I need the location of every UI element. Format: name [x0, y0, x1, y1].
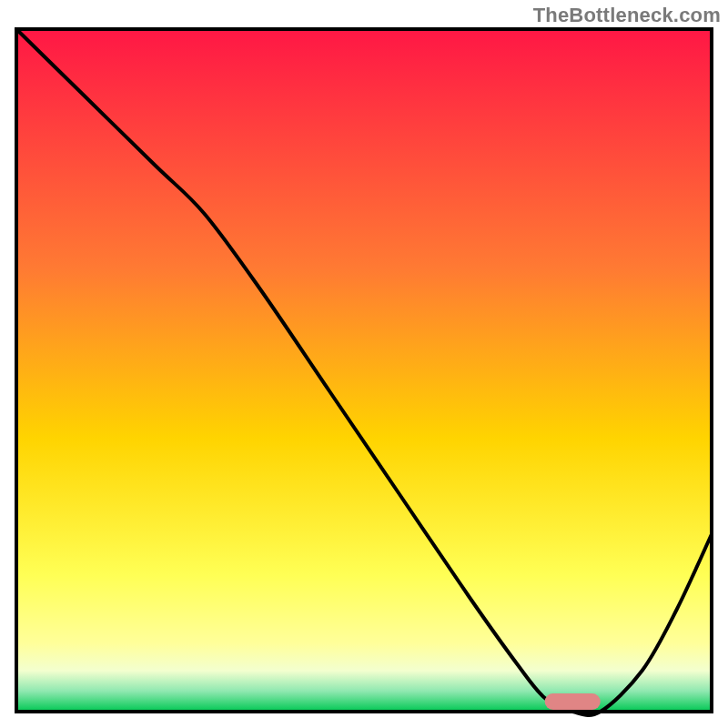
optimum-range-marker: [545, 693, 601, 710]
chart-container: { "attribution": "TheBottleneck.com", "c…: [0, 0, 728, 728]
attribution-label: TheBottleneck.com: [533, 4, 721, 27]
bottleneck-chart: [0, 0, 728, 728]
plot-area: [16, 29, 712, 715]
